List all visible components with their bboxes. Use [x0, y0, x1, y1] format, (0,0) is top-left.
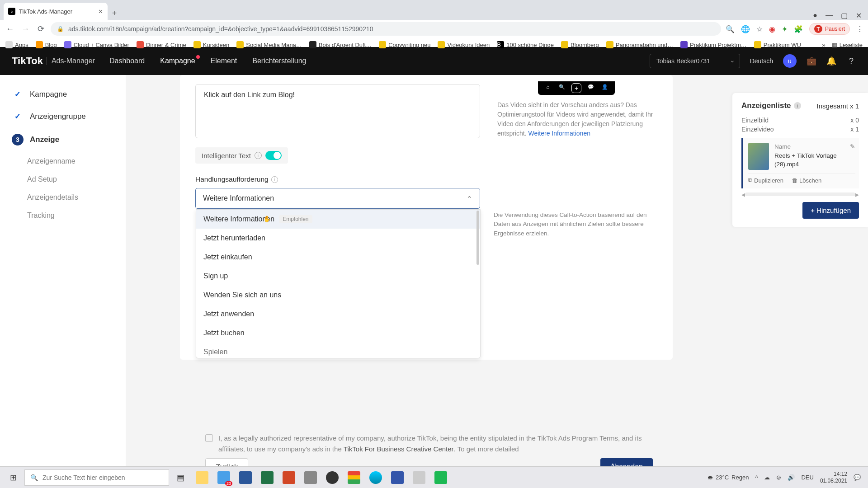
back-icon[interactable]: ← — [5, 24, 15, 34]
step-anzeige[interactable]: 3 Anzeige — [0, 128, 126, 151]
menu-icon[interactable]: ⋮ — [856, 25, 863, 33]
explorer-icon[interactable] — [192, 469, 212, 487]
new-tab-button[interactable]: + — [108, 6, 121, 20]
horizontal-scrollbar[interactable]: ◂▸ — [741, 191, 859, 197]
language-indicator[interactable]: DEU — [801, 474, 813, 481]
info-icon[interactable]: i — [271, 176, 278, 183]
ext1-icon[interactable]: ◉ — [769, 25, 775, 33]
close-window-icon[interactable]: ✕ — [856, 11, 862, 20]
info-icon[interactable]: i — [255, 152, 262, 159]
address-bar[interactable]: 🔒 ads.tiktok.com/i18n/campaign/ad/creati… — [51, 22, 721, 36]
substep-anzeigendetails[interactable]: Anzeigendetails — [27, 189, 126, 206]
taskbar-search[interactable]: 🔍 Zur Suche Text hier eingeben — [24, 469, 169, 486]
weather-widget[interactable]: 🌧 23°C Regen — [707, 474, 749, 481]
maximize-icon[interactable]: ▢ — [841, 11, 848, 20]
substep-tracking[interactable]: Tracking — [27, 207, 126, 224]
nav-berichterstellung[interactable]: Berichterstellung — [252, 57, 306, 65]
bookmark-item[interactable]: B100 schöne Dinge — [497, 41, 554, 48]
cta-option[interactable]: Weitere Informationen Empfohlen ✋ — [196, 210, 480, 229]
app-icon[interactable] — [387, 469, 408, 487]
cta-option[interactable]: Sign up — [196, 267, 480, 286]
account-dot-icon[interactable]: ● — [813, 11, 817, 20]
edit-icon[interactable]: ✎ — [850, 143, 855, 150]
step-anzeigengruppe[interactable]: ✓ Anzeigengruppe — [0, 106, 126, 127]
bookmarks-overflow-icon[interactable]: » — [822, 42, 825, 48]
consent-link[interactable]: TikTok For Business Creative Center — [344, 445, 454, 453]
cta-option[interactable]: Wenden Sie sich an uns — [196, 286, 480, 305]
logo[interactable]: TikTok Ads-Manager — [12, 55, 95, 67]
cta-select[interactable]: Weitere Informationen ⌄ Weitere Informat… — [195, 188, 480, 209]
edge-icon[interactable] — [365, 469, 386, 487]
help-icon[interactable]: ? — [846, 56, 856, 66]
cta-option[interactable]: Jetzt buchen — [196, 324, 480, 343]
preview-more-link[interactable]: Weitere Informationen — [528, 130, 590, 137]
delete-button[interactable]: 🗑 Löschen — [792, 177, 821, 184]
mail-icon[interactable]: 23 — [213, 469, 234, 487]
substep-anzeigenname[interactable]: Anzeigenname — [27, 153, 126, 170]
nav-kampagne[interactable]: Kampagne — [160, 57, 195, 65]
task-view-icon[interactable]: ▤ — [170, 469, 191, 487]
powerpoint-icon[interactable] — [278, 469, 299, 487]
substep-adsetup[interactable]: Ad Setup — [27, 171, 126, 188]
close-tab-icon[interactable]: ✕ — [98, 8, 103, 15]
zoom-icon[interactable]: 🔍 — [726, 25, 735, 33]
cta-option[interactable]: Jetzt herunterladen — [196, 229, 480, 248]
reload-icon[interactable]: ⟳ — [35, 24, 46, 34]
bookmark-item[interactable]: Cloud + Canva Bilder — [64, 41, 129, 48]
cta-option[interactable]: Jetzt anwenden — [196, 305, 480, 324]
bookmark-item[interactable]: Praktikum Projektm… — [680, 41, 747, 48]
ad-text-input[interactable]: Klick auf den Link zum Blog! — [195, 84, 480, 138]
add-ad-button[interactable]: + Hinzufügen — [802, 202, 859, 219]
profile-status-pill[interactable]: T Pausiert — [809, 23, 850, 35]
step-kampagne[interactable]: ✓ Kampagne — [0, 84, 126, 104]
star-icon[interactable]: ☆ — [756, 25, 763, 33]
taskbar-clock[interactable]: 14:12 01.08.2021 — [820, 471, 847, 484]
nav-element[interactable]: Element — [211, 57, 237, 65]
info-icon[interactable]: i — [794, 102, 801, 109]
bookmark-item[interactable]: Dinner & Crime — [137, 41, 186, 48]
cta-option[interactable]: Spielen — [196, 343, 480, 358]
gtranslate-icon[interactable]: 🌐 — [741, 25, 750, 33]
ext2-icon[interactable]: ✦ — [782, 25, 788, 33]
network-icon[interactable]: ⊚ — [776, 474, 781, 481]
dropdown-scrollbar[interactable] — [476, 211, 479, 265]
duplicate-button[interactable]: ⧉ Duplizieren — [748, 177, 783, 184]
account-selector[interactable]: Tobias Becker0731 — [650, 54, 740, 68]
consent-checkbox[interactable] — [205, 434, 213, 442]
onedrive-icon[interactable]: ☁ — [764, 474, 770, 481]
cta-option[interactable]: Jetzt einkaufen — [196, 248, 480, 267]
bookmark-item[interactable]: Praktikum WU — [754, 41, 801, 48]
spotify-icon[interactable] — [430, 469, 451, 487]
bookmark-item[interactable]: Bloomberg — [561, 41, 599, 48]
chrome-icon[interactable] — [344, 469, 364, 487]
start-button[interactable]: ⊞ — [3, 469, 24, 487]
minimize-icon[interactable]: — — [826, 11, 833, 20]
bookmark-item[interactable]: Blog — [36, 41, 57, 48]
language-selector[interactable]: Deutsch — [750, 57, 773, 65]
smart-text-toggle[interactable] — [265, 151, 282, 160]
tray-chevron-icon[interactable]: ^ — [755, 474, 758, 481]
extensions-icon[interactable]: 🧩 — [794, 25, 803, 33]
user-avatar[interactable]: u — [783, 54, 797, 68]
bookmark-item[interactable]: Kursideen — [193, 41, 230, 48]
bookmark-item[interactable]: Social Media Mana… — [236, 41, 302, 48]
reading-list-button[interactable]: ▦Leseliste — [832, 42, 863, 48]
app-icon[interactable] — [300, 469, 321, 487]
bookmark-item[interactable]: Panoramabahn und… — [606, 41, 673, 48]
volume-icon[interactable]: 🔊 — [788, 474, 795, 481]
app-icon[interactable] — [409, 469, 429, 487]
ad-list-item[interactable]: Name✎ Reels + TikTok Vorlage (28).mp4 ⧉ … — [741, 138, 859, 188]
apps-shortcut[interactable]: Apps — [5, 41, 28, 48]
bell-icon[interactable]: 🔔 — [826, 56, 836, 66]
word-icon[interactable] — [235, 469, 256, 487]
nav-dashboard[interactable]: Dashboard — [109, 57, 145, 65]
browser-tab[interactable]: ♪ TikTok Ads-Manager ✕ — [4, 3, 108, 20]
app-icon[interactable] — [322, 469, 343, 487]
action-center-icon[interactable]: 💬 — [854, 474, 861, 481]
bookmark-item[interactable]: Videokurs Ideen — [438, 41, 490, 48]
bookmark-item[interactable]: Bois d'Argent Duft… — [309, 41, 372, 48]
briefcase-icon[interactable]: 💼 — [807, 56, 816, 66]
excel-icon[interactable] — [257, 469, 278, 487]
ad-card: Klick auf den Link zum Blog! Intelligent… — [180, 75, 673, 360]
bookmark-item[interactable]: Copywriting neu — [379, 41, 430, 48]
